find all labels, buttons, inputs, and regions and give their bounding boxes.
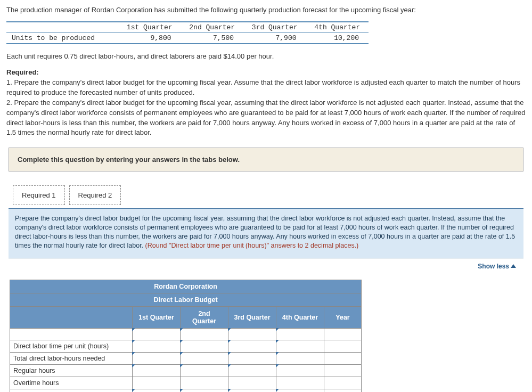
budget-cell[interactable] [181,389,228,392]
required-item-2: 2. Prepare the company's direct labor bu… [6,98,526,138]
budget-col-blank [10,306,133,328]
budget-cell[interactable] [181,328,228,340]
table-row: Overtime hours [10,377,362,389]
budget-cell[interactable] [276,352,324,364]
table-row: Direct labor time per unit (hours) [10,340,362,352]
budget-row-wages: Wages for regular hours [10,389,133,392]
budget-cell[interactable] [228,364,276,377]
budget-year-cell[interactable] [324,377,362,389]
budget-col-q2: 2nd Quarter [181,306,228,328]
table-row [10,328,362,340]
tab-required-2[interactable]: Required 2 [69,185,121,205]
budget-cell[interactable] [181,377,228,389]
budget-cell[interactable] [228,340,276,352]
budget-cell[interactable] [228,328,276,340]
forecast-col-q2: 2nd Quarter [181,22,244,33]
budget-year-cell[interactable] [324,364,362,377]
budget-cell[interactable] [181,352,228,364]
table-row: Total direct labor-hours needed [10,352,362,364]
chevron-up-icon [511,264,516,268]
budget-cell[interactable] [276,377,324,389]
required-heading: Required: [6,68,526,78]
show-less-label: Show less [478,263,509,270]
budget-table: Rordan Corporation Direct Labor Budget 1… [10,280,362,392]
budget-col-year: Year [324,306,362,328]
budget-col-q4: 4th Quarter [276,306,324,328]
tab-required-1[interactable]: Required 1 [13,185,65,205]
forecast-col-q3: 3rd Quarter [243,22,306,33]
budget-row-total: Total direct labor-hours needed [10,352,133,364]
budget-cell[interactable] [133,364,181,377]
tabs-row: Required 1 Required 2 [13,185,526,205]
budget-year-cell[interactable] [324,328,362,340]
forecast-row-label: Units to be produced [6,33,118,44]
budget-cell[interactable] [133,389,181,392]
budget-year-cell[interactable] [324,352,362,364]
budget-col-q1: 1st Quarter [133,306,181,328]
intro-text: The production manager of Rordan Corpora… [6,5,526,15]
forecast-table-wrap: 1st Quarter 2nd Quarter 3rd Quarter 4th … [6,21,369,44]
show-less-toggle[interactable]: Show less [6,258,526,277]
budget-cell[interactable] [276,328,324,340]
budget-cell[interactable] [181,364,228,377]
forecast-col-q1: 1st Quarter [118,22,181,33]
forecast-val-q4: 10,200 [306,33,369,44]
budget-cell[interactable] [276,340,324,352]
tab-prompt: Prepare the company's direct labor budge… [9,208,523,258]
budget-cell[interactable] [228,389,276,392]
budget-row-overtime: Overtime hours [10,377,133,389]
forecast-val-q3: 7,900 [243,33,306,44]
required-block: Required: 1. Prepare the company's direc… [6,68,526,138]
tab-prompt-hint: (Round "Direct labor time per unit (hour… [145,242,359,249]
table-row: Regular hours [10,364,362,377]
budget-cell[interactable] [181,340,228,352]
forecast-val-q2: 7,500 [181,33,244,44]
budget-cell[interactable] [276,389,324,392]
budget-cell[interactable] [228,352,276,364]
budget-row-blank[interactable] [10,328,133,340]
budget-row-dlt: Direct labor time per unit (hours) [10,340,133,352]
required-item-1: 1. Prepare the company's direct labor bu… [6,78,526,98]
budget-col-q3: 3rd Quarter [228,306,276,328]
table-row: Wages for regular hours [10,389,362,392]
budget-year-cell[interactable] [324,389,362,392]
budget-cell[interactable] [133,352,181,364]
budget-title-company: Rordan Corporation [10,280,362,293]
budget-cell[interactable] [276,364,324,377]
forecast-val-q1: 9,800 [118,33,181,44]
instruction-bar: Complete this question by entering your … [9,148,523,172]
forecast-table: 1st Quarter 2nd Quarter 3rd Quarter 4th … [6,22,369,43]
budget-year-cell[interactable] [324,340,362,352]
budget-cell[interactable] [228,377,276,389]
budget-row-regular: Regular hours [10,364,133,377]
budget-title-report: Direct Labor Budget [10,293,362,306]
budget-cell[interactable] [133,340,181,352]
labor-rate-text: Each unit requires 0.75 direct labor-hou… [6,52,526,61]
forecast-col-q4: 4th Quarter [306,22,369,33]
budget-cell[interactable] [133,328,181,340]
budget-cell[interactable] [133,377,181,389]
